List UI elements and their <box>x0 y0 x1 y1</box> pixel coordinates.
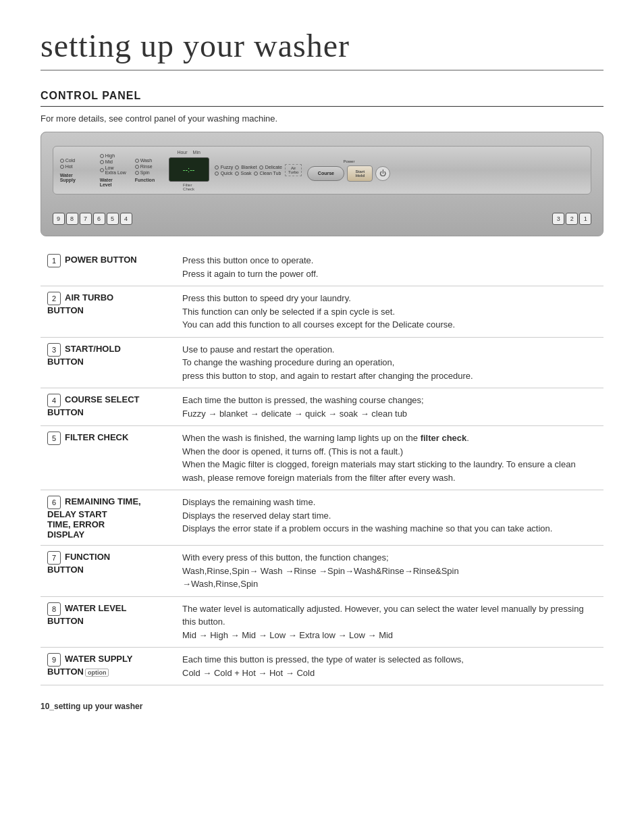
row-label-cell: 7FUNCTIONBUTTON <box>41 546 176 597</box>
row-label-cell: 5FILTER CHECK <box>41 426 176 490</box>
section-description: For more details, see control panel of y… <box>41 113 603 124</box>
num-badge: 6 <box>47 496 61 509</box>
row-description: The water level is automatically adjuste… <box>176 596 603 648</box>
table-row: 6REMAINING TIME,DELAY STARTTIME, ERRORDI… <box>41 490 603 546</box>
table-row: 9WATER SUPPLYBUTTONoptionEach time this … <box>41 648 603 685</box>
table-row: 1POWER BUTTONPress this button once to o… <box>41 249 603 286</box>
table-row: 3START/HOLDBUTTONUse to pause and restar… <box>41 337 603 388</box>
control-panel-image: Cold Hot WaterSupply High Mid LowExtra L… <box>41 132 603 236</box>
num-badge: 3 <box>47 343 61 357</box>
row-description: Press this button to speed dry your laun… <box>176 286 603 338</box>
num-badge: 1 <box>47 254 61 267</box>
section-title: CONTROL PANEL <box>41 90 603 102</box>
row-label-cell: 4COURSE SELECTBUTTON <box>41 388 176 426</box>
row-label-cell: 3START/HOLDBUTTON <box>41 337 176 388</box>
section-divider <box>41 106 603 107</box>
num-badge: 7 <box>47 551 61 565</box>
num-badge: 8 <box>47 602 61 616</box>
table-row: 7FUNCTIONBUTTONWith every press of this … <box>41 546 603 597</box>
option-badge: option <box>85 669 109 677</box>
control-panel-table: 1POWER BUTTONPress this button once to o… <box>41 249 603 685</box>
table-row: 4COURSE SELECTBUTTONEach time the button… <box>41 388 603 426</box>
row-description: When the wash is finished, the warning l… <box>176 426 603 490</box>
num-badge: 2 <box>47 292 61 305</box>
table-row: 8WATER LEVELBUTTONThe water level is aut… <box>41 596 603 648</box>
row-label-cell: 1POWER BUTTON <box>41 249 176 286</box>
table-row: 2AIR TURBOBUTTONPress this button to spe… <box>41 286 603 338</box>
row-description: Each time the button is pressed, the was… <box>176 388 603 426</box>
row-label: POWER BUTTON <box>65 255 137 265</box>
page-title: setting up your washer <box>41 27 603 71</box>
row-description: Displays the remaining wash time.Display… <box>176 490 603 546</box>
row-label-cell: 8WATER LEVELBUTTON <box>41 596 176 648</box>
row-description: Each time this button is pressed, the ty… <box>176 648 603 685</box>
row-label-cell: 9WATER SUPPLYBUTTONoption <box>41 648 176 685</box>
row-label: REMAINING TIME,DELAY STARTTIME, ERRORDIS… <box>47 496 141 540</box>
row-label-cell: 6REMAINING TIME,DELAY STARTTIME, ERRORDI… <box>41 490 176 546</box>
num-badge: 5 <box>47 432 61 445</box>
row-label: COURSE SELECTBUTTON <box>47 394 140 417</box>
row-description: With every press of this button, the fun… <box>176 546 603 597</box>
num-badge: 4 <box>47 394 61 407</box>
table-row: 5FILTER CHECKWhen the wash is finished, … <box>41 426 603 490</box>
row-description: Use to pause and restart the operation.T… <box>176 337 603 388</box>
row-description: Press this button once to operate.Press … <box>176 249 603 286</box>
row-label-cell: 2AIR TURBOBUTTON <box>41 286 176 338</box>
num-badge: 9 <box>47 653 61 667</box>
row-label: FILTER CHECK <box>65 432 128 442</box>
page-footer: 10_setting up your washer <box>41 702 603 711</box>
